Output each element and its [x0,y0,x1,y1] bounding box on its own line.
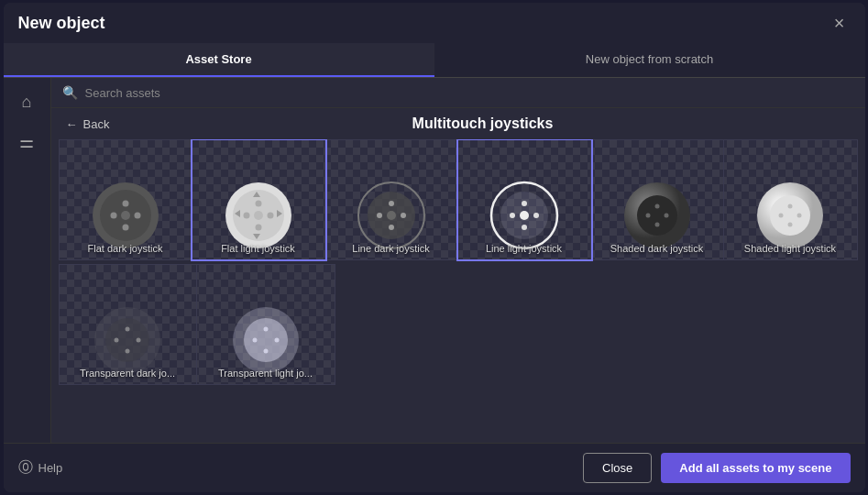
home-icon[interactable]: ⌂ [12,87,41,116]
asset-flat-light-label: Flat light joystick [192,243,324,254]
main-content: 🔍 ← Back Multitouch joysticks [51,78,865,443]
close-modal-button[interactable]: × [829,12,851,34]
shaded-light-joystick-image [753,179,827,252]
add-all-button[interactable]: Add all assets to my scene [661,453,850,483]
asset-transparent-light-label: Transparent light jo... [197,368,335,379]
svg-point-10 [267,213,273,219]
footer: ⓪ Help Close Add all assets to my scene [4,443,865,492]
svg-point-40 [778,214,783,218]
svg-point-5 [122,225,128,231]
asset-transparent-light[interactable]: Transparent light jo... [197,265,335,384]
asset-flat-dark[interactable]: Flat dark joystick [60,140,192,259]
svg-point-49 [126,349,130,354]
new-object-modal: New object × Asset Store New object from… [4,3,865,492]
asset-flat-light[interactable]: Flat light joystick [192,140,325,259]
svg-point-22 [389,201,394,206]
assets-grid: Flat dark joystick [51,139,865,443]
search-input[interactable] [85,86,854,100]
modal-title: New object [18,14,105,33]
flat-light-joystick-image [222,179,295,252]
asset-transparent-dark[interactable]: Transparent dark jo... [60,265,197,384]
svg-point-20 [377,213,382,218]
back-button[interactable]: ← Back [66,117,110,131]
svg-point-35 [664,214,668,218]
svg-point-33 [637,195,677,236]
back-label: Back [83,117,110,131]
search-bar: 🔍 [51,78,865,108]
dialog-close-button[interactable]: Close [583,453,652,483]
back-row: ← Back Multitouch joysticks [51,108,865,139]
tab-asset-store[interactable]: Asset Store [4,43,434,77]
svg-point-29 [522,201,527,206]
svg-point-53 [274,338,279,343]
modal-header: New object × [4,3,865,43]
svg-point-36 [654,204,659,209]
search-icon: 🔍 [62,85,78,100]
help-circle-icon: ⓪ [18,458,33,478]
back-arrow-icon: ← [66,117,78,131]
section-title: Multitouch joysticks [115,116,850,132]
svg-point-31 [520,211,529,220]
asset-line-light[interactable]: Line light joystick [458,140,591,259]
svg-point-21 [401,213,406,218]
svg-point-28 [533,213,539,218]
svg-point-39 [770,195,810,236]
svg-point-51 [244,318,288,362]
line-light-joystick-image [488,179,561,252]
svg-point-12 [255,225,261,231]
asset-shaded-dark-label: Shaded dark joystick [591,243,723,254]
line-dark-joystick-image [355,179,428,252]
assets-row-2: Transparent dark jo... Transparent lig [59,264,335,385]
svg-point-9 [243,213,249,219]
filter-icon[interactable]: ⚌ [12,127,41,157]
svg-point-47 [137,338,141,343]
svg-point-4 [122,201,128,207]
svg-point-52 [252,338,257,343]
svg-point-48 [126,327,130,332]
asset-transparent-dark-label: Transparent dark jo... [60,368,196,379]
help-label: Help [38,461,63,475]
svg-point-2 [110,213,116,219]
svg-point-45 [105,318,149,362]
asset-shaded-light-label: Shaded light joystick [724,243,857,254]
svg-point-24 [387,211,396,220]
svg-point-11 [255,201,261,207]
asset-shaded-dark[interactable]: Shaded dark joystick [591,140,724,259]
asset-line-light-label: Line light joystick [458,243,590,254]
svg-point-3 [134,213,140,219]
asset-line-dark-label: Line dark joystick [325,243,457,254]
svg-point-37 [654,223,659,227]
svg-point-54 [263,327,268,332]
tab-new-from-scratch[interactable]: New object from scratch [434,43,865,77]
asset-flat-dark-label: Flat dark joystick [60,243,192,254]
content-area: ⌂ ⚌ 🔍 ← Back Multitouch joysticks [4,78,865,443]
svg-point-13 [254,211,263,220]
shaded-dark-joystick-image [621,179,694,252]
tabs-bar: Asset Store New object from scratch [4,43,865,78]
footer-actions: Close Add all assets to my scene [583,453,850,483]
svg-point-27 [510,213,515,218]
svg-point-23 [389,225,394,230]
left-sidebar: ⌂ ⚌ [4,78,51,443]
assets-row-1: Flat dark joystick [59,139,858,260]
asset-shaded-light[interactable]: Shaded light joystick [724,140,857,259]
svg-point-42 [787,204,792,209]
svg-point-34 [645,214,650,218]
svg-point-41 [797,214,801,218]
flat-dark-joystick-image [89,179,162,252]
svg-point-43 [787,223,792,227]
svg-point-30 [522,225,527,230]
svg-point-55 [263,349,268,354]
help-button[interactable]: ⓪ Help [18,458,63,478]
transparent-dark-joystick-image [91,303,164,377]
svg-point-6 [121,211,130,220]
asset-line-dark[interactable]: Line dark joystick [325,140,458,259]
svg-point-46 [115,338,119,343]
transparent-light-joystick-image [229,303,302,377]
